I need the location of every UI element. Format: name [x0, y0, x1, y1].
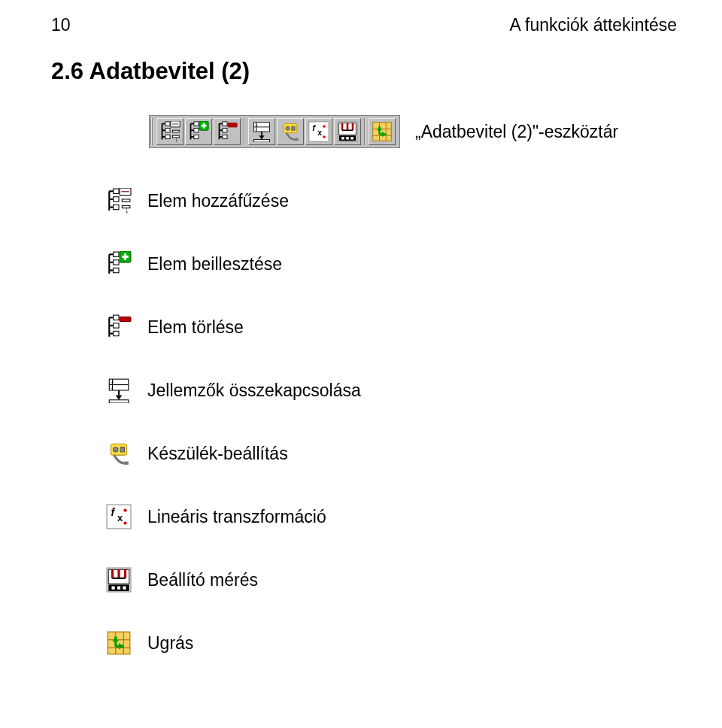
tb-device-button[interactable] — [277, 118, 304, 145]
list-item: Elem törlése — [104, 312, 677, 342]
doc-title: A funkciók áttekintése — [510, 15, 677, 35]
tb-delete-button[interactable] — [214, 118, 241, 145]
toolbar-group-2 — [245, 118, 364, 145]
list-item: Elem beillesztése — [104, 249, 677, 279]
tb-measure-button[interactable] — [334, 118, 361, 145]
toolbar-group-1 — [153, 118, 244, 145]
tree-append-icon — [104, 186, 134, 216]
list-item: Ugrás — [104, 628, 677, 658]
list-item: Beállító mérés — [104, 565, 677, 595]
toolbar-row: „Adatbevitel (2)"-eszköztár — [149, 115, 677, 148]
list-item: Lineáris transzformáció — [104, 502, 677, 532]
jump-icon — [372, 121, 393, 142]
tb-link-button[interactable] — [248, 118, 275, 145]
toolbar-group-3 — [366, 118, 399, 145]
tb-linear-button[interactable] — [305, 118, 332, 145]
item-label: Készülék-beállítás — [147, 444, 288, 464]
jump-icon — [104, 628, 134, 658]
item-label: Jellemzők összekapcsolása — [147, 381, 361, 401]
linear-transform-icon — [308, 121, 329, 142]
item-label: Lineáris transzformáció — [147, 507, 326, 527]
tuning-measure-icon — [337, 121, 358, 142]
page: 10 A funkciók áttekintése 2.6 Adatbevite… — [0, 0, 722, 728]
tuning-measure-icon — [104, 565, 134, 595]
toolbar-caption: „Adatbevitel (2)"-eszköztár — [415, 122, 618, 142]
item-label: Ugrás — [147, 633, 193, 654]
device-settings-icon — [280, 121, 301, 142]
item-label: Elem törlése — [147, 317, 244, 338]
tree-append-icon — [159, 121, 180, 142]
tree-insert-icon — [104, 249, 134, 279]
tree-insert-icon — [188, 121, 209, 142]
page-header: 10 A funkciók áttekintése — [51, 15, 677, 35]
link-attributes-icon — [104, 375, 134, 405]
linear-transform-icon — [104, 502, 134, 532]
section-heading: 2.6 Adatbevitel (2) — [51, 58, 677, 85]
link-attributes-icon — [251, 121, 272, 142]
tree-delete-icon — [217, 121, 238, 142]
item-label: Elem beillesztése — [147, 254, 282, 275]
toolbar — [149, 115, 400, 148]
tb-insert-button[interactable] — [185, 118, 212, 145]
list-item: Készülék-beállítás — [104, 438, 677, 469]
tree-delete-icon — [104, 312, 134, 342]
list-item: Elem hozzáfűzése — [104, 186, 677, 216]
list-item: Jellemzők összekapcsolása — [104, 375, 677, 405]
item-label: Elem hozzáfűzése — [147, 191, 289, 211]
item-list: Elem hozzáfűzése Elem beillesztése Elem … — [104, 186, 677, 658]
page-number: 10 — [51, 15, 71, 35]
item-label: Beállító mérés — [147, 570, 258, 590]
tb-append-button[interactable] — [156, 118, 184, 145]
tb-jump-button[interactable] — [369, 118, 396, 145]
device-settings-icon — [104, 438, 134, 469]
